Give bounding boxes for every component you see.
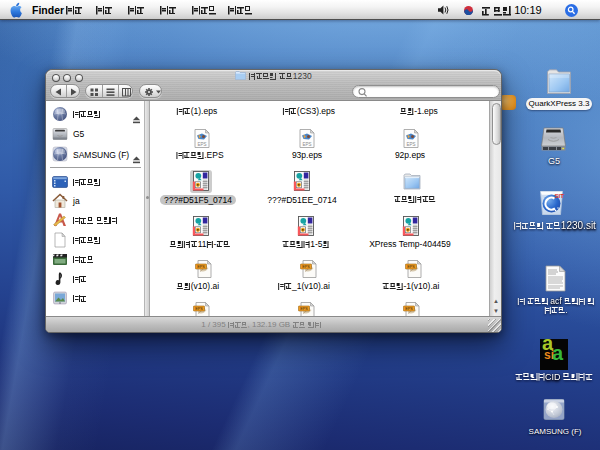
svg-text:EPS: EPS	[195, 307, 203, 311]
svg-text:EPS: EPS	[406, 142, 415, 147]
svg-text:EPS: EPS	[302, 142, 311, 147]
svg-text:EPS: EPS	[300, 307, 308, 311]
svg-text:EPS: EPS	[405, 307, 413, 311]
svg-text:SIT: SIT	[555, 193, 565, 199]
svg-text:EPS: EPS	[302, 265, 310, 269]
svg-text:EPS: EPS	[197, 265, 205, 269]
svg-text:EPS: EPS	[197, 142, 206, 147]
svg-text:EPS: EPS	[407, 265, 415, 269]
